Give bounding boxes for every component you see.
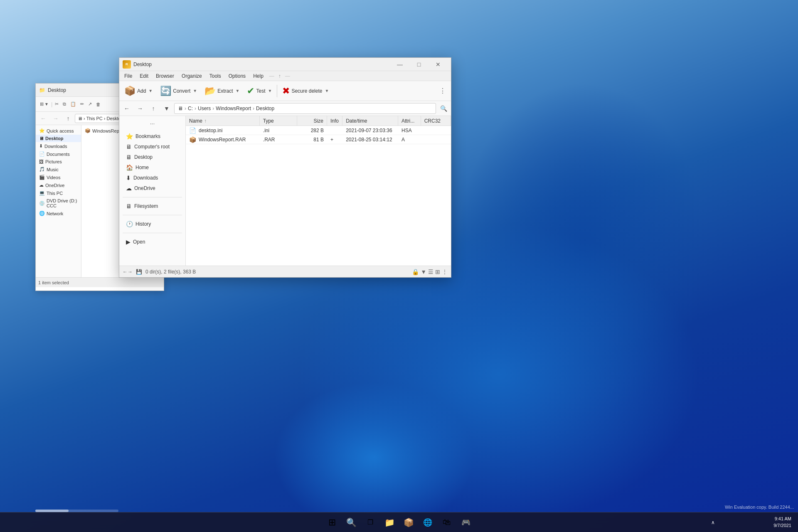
extract-icon: 📂 (204, 86, 216, 96)
table-row[interactable]: 📄 desktop.ini .ini 282 B 2021-09-07 23:0… (186, 126, 451, 135)
system-tray-expand[interactable]: ∧ (711, 520, 715, 525)
history-label: History (135, 221, 151, 227)
evaluation-text: Win Evaluation copy. Build 2244... (725, 504, 794, 510)
col-header-info[interactable]: Info (327, 116, 342, 126)
file-size-cell-rar: 81 B (297, 135, 327, 144)
menu-edit[interactable]: Edit (136, 72, 152, 80)
nav-back-button[interactable]: ← (121, 103, 133, 114)
status-lock-icon[interactable]: 🔒 (412, 268, 419, 275)
taskbar: ⊞ 🔍 ❐ 📁 📦 🌐 🛍 🎮 ∧ (0, 512, 798, 532)
bg-view-btn[interactable]: ⊞▼ (38, 101, 50, 108)
panel-item-home[interactable]: 🏠 Home (121, 163, 184, 172)
minimize-button[interactable]: — (390, 58, 409, 71)
menu-help[interactable]: Help (250, 72, 267, 80)
bg-sidebar-downloads[interactable]: ⬇ Downloads (36, 142, 81, 150)
bg-sidebar-music[interactable]: 🎵 Music (36, 165, 81, 173)
status-nav-left[interactable]: ←→ (123, 269, 133, 275)
toolbar-more-btn[interactable]: ⋮ (436, 85, 449, 96)
col-header-attr[interactable]: Attri... (398, 116, 421, 126)
bg-sidebar-thispc[interactable]: 💻 This PC (36, 189, 81, 197)
panel-divider3 (123, 233, 182, 233)
panel-item-onedrive[interactable]: ☁ OneDrive (121, 183, 184, 193)
bg-separator: | (51, 101, 52, 107)
open-section: ▶ Open (119, 235, 185, 249)
bookmarks-header[interactable]: ⭐ Bookmarks (121, 131, 184, 141)
bg-sidebar-quick-access[interactable]: ⭐ Quick access (36, 127, 81, 135)
bg-up-btn[interactable]: ↑ (62, 113, 74, 124)
status-dropdown-icon[interactable]: ▼ (421, 268, 426, 275)
col-header-name[interactable]: Name ↑ (186, 116, 260, 126)
col-header-datetime[interactable]: Date/time (342, 116, 398, 126)
bg-rename-btn[interactable]: ✏ (79, 101, 86, 108)
panel-item-downloads[interactable]: ⬇ Downloads (121, 173, 184, 183)
edge-icon: 🌐 (423, 518, 432, 527)
menu-up-arrow[interactable]: ↑ (277, 73, 283, 79)
menu-tools[interactable]: Tools (206, 72, 224, 80)
table-row[interactable]: 📦 WindowsReport.RAR .RAR 81 B + 2021-08-… (186, 135, 451, 144)
menu-options[interactable]: Options (225, 72, 249, 80)
add-button[interactable]: 📦 Add ▼ (121, 83, 156, 99)
bg-back-btn[interactable]: ← (37, 113, 49, 124)
panel-item-desktop[interactable]: 🖥 Desktop (121, 152, 184, 162)
nav-search-button[interactable]: 🔍 (438, 103, 449, 114)
nav-up-button[interactable]: ↑ (148, 103, 159, 114)
col-type-label: Type (263, 118, 274, 124)
menu-organize[interactable]: Organize (178, 72, 205, 80)
bg-cut-btn[interactable]: ✂ (53, 101, 60, 108)
panel-more-btn[interactable]: ··· (123, 119, 182, 128)
taskbar-winrar-button[interactable]: 📦 (399, 513, 418, 532)
address-sep3: › (212, 106, 214, 111)
status-list-view-icon[interactable]: ☰ (428, 268, 433, 275)
close-button[interactable]: ✕ (429, 58, 448, 71)
bg-sidebar-videos[interactable]: 🎬 Videos (36, 173, 81, 181)
taskbar-edge-button[interactable]: 🌐 (419, 513, 437, 532)
taskbar-explorer-button[interactable]: 📁 (380, 513, 399, 532)
taskbar-xbox-button[interactable]: 🎮 (457, 513, 475, 532)
add-dropdown-icon: ▼ (148, 89, 153, 93)
bg-copy-btn[interactable]: ⧉ (61, 101, 68, 108)
nav-forward-button[interactable]: → (134, 103, 146, 114)
filesystem-icon: 🖥 (126, 203, 132, 209)
add-icon: 📦 (124, 86, 135, 96)
address-bar[interactable]: 🖥 › C: › Users › WindowsReport › Desktop (174, 103, 436, 114)
secure-delete-label: Secure delete (291, 88, 322, 94)
menu-file[interactable]: File (121, 72, 135, 80)
nav-breadcrumb-dropdown[interactable]: ▼ (161, 103, 172, 114)
bg-sidebar-documents[interactable]: 📄 Documents (36, 150, 81, 158)
maximize-button[interactable]: □ (409, 58, 429, 71)
address-c: C: (188, 106, 193, 111)
taskbar-taskview-button[interactable]: ❐ (361, 513, 379, 532)
file-date-ini: 2021-09-07 23:03:36 (346, 128, 392, 133)
taskbar-store-button[interactable]: 🛍 (438, 513, 456, 532)
menu-browser[interactable]: Browser (153, 72, 177, 80)
taskbar-clock[interactable]: 9:41 AM 9/7/2021 (773, 516, 791, 529)
col-header-size[interactable]: Size (297, 116, 327, 126)
convert-button[interactable]: 🔄 Convert ▼ (157, 83, 200, 99)
panel-item-open[interactable]: ▶ Open (121, 237, 184, 247)
panel-item-history[interactable]: 🕐 History (121, 219, 184, 229)
bg-delete-btn[interactable]: 🗑 (94, 101, 102, 108)
extract-button[interactable]: 📂 Extract ▼ (201, 83, 243, 99)
bg-sidebar-onedrive[interactable]: ☁ OneDrive (36, 181, 81, 189)
bg-sidebar-pictures[interactable]: 🖼 Pictures (36, 158, 81, 165)
panel-item-computers-root[interactable]: 🖥 Computer's root (121, 142, 184, 152)
test-button[interactable]: ✔ Test ▼ (244, 83, 275, 99)
taskbar-search-button[interactable]: 🔍 (342, 513, 360, 532)
col-header-type[interactable]: Type (260, 116, 297, 126)
panel-item-filesystem[interactable]: 🖥 Filesystem (121, 201, 184, 211)
bg-forward-btn[interactable]: → (50, 113, 62, 124)
col-info-label: Info (330, 118, 339, 124)
bg-sidebar-network[interactable]: 🌐 Network (36, 209, 81, 217)
current-date: 9/7/2021 (773, 522, 791, 529)
status-more-icon[interactable]: ⋮ (442, 268, 448, 275)
secure-delete-button[interactable]: ✖ Secure delete ▼ (279, 83, 332, 99)
bg-share-btn[interactable]: ↗ (86, 101, 94, 108)
taskbar-start-button[interactable]: ⊞ (323, 513, 341, 532)
bg-sidebar-dvd[interactable]: 💿 DVD Drive (D:) CCC (36, 197, 81, 209)
convert-icon: 🔄 (160, 86, 171, 96)
bg-sidebar-desktop[interactable]: 🖥 Desktop (36, 135, 81, 142)
col-header-crc[interactable]: CRC32 (421, 116, 451, 126)
status-grid-view-icon[interactable]: ⊞ (435, 268, 440, 275)
bg-paste-btn[interactable]: 📋 (69, 101, 78, 108)
left-panel: ··· ⭐ Bookmarks 🖥 Computer's root 🖥 Desk… (119, 116, 186, 266)
